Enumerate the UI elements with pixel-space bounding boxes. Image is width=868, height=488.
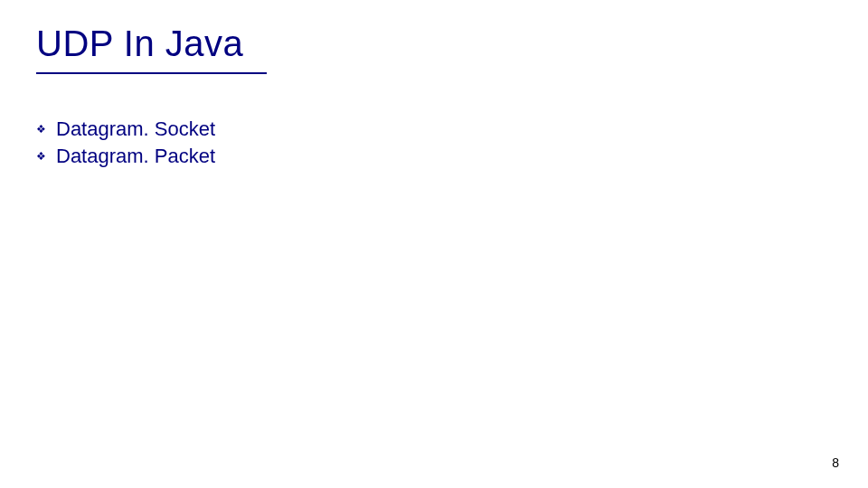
list-item: ❖ Datagram. Packet	[36, 143, 215, 170]
bullet-text: Datagram. Packet	[56, 143, 215, 170]
bullet-text: Datagram. Socket	[56, 116, 215, 143]
bullet-icon: ❖	[36, 125, 45, 134]
slide: UDP In Java ❖ Datagram. Socket ❖ Datagra…	[0, 0, 868, 488]
bullet-icon: ❖	[36, 152, 45, 161]
slide-title: UDP In Java	[36, 23, 243, 64]
page-number: 8	[832, 455, 839, 470]
title-underline	[36, 72, 267, 74]
list-item: ❖ Datagram. Socket	[36, 116, 215, 143]
bullet-list: ❖ Datagram. Socket ❖ Datagram. Packet	[36, 116, 215, 170]
